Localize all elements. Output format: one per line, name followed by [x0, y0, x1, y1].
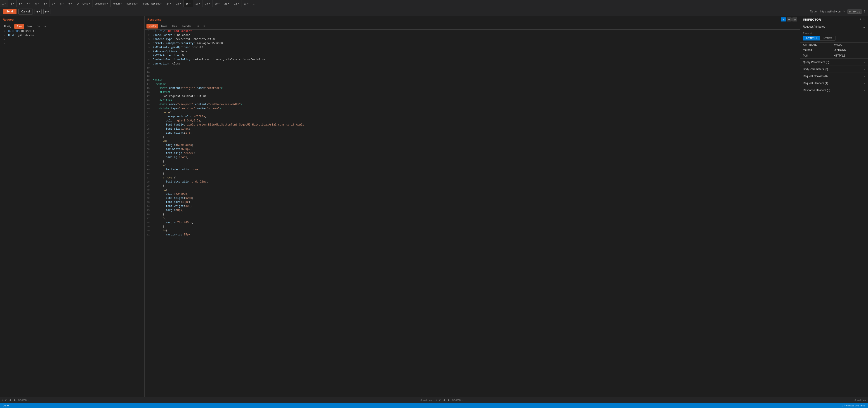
response-tab-raw[interactable]: Raw	[159, 24, 169, 29]
response-headers-header[interactable]: Response Headers (8) ▼	[800, 87, 868, 94]
response-tab-newline[interactable]: \n	[194, 24, 201, 29]
resp-line-4: 4 Strict-Transport-Security: max-age=315…	[145, 42, 800, 46]
request-line-4: 4	[0, 42, 145, 46]
tab-24[interactable]: 24 ×	[164, 0, 174, 7]
request-search-section: ? ⚙ ◀ ▶ 0 matches	[0, 397, 434, 403]
tab-16[interactable]: 16 ×	[184, 0, 193, 7]
request-sub-tabs: Pretty Raw Hex \n ≡	[0, 23, 145, 30]
protocol-label: Protocol	[803, 32, 865, 35]
cancel-button[interactable]: Cancel	[18, 8, 33, 14]
resp-line-31: 31 text-align:center;	[145, 152, 800, 156]
response-tab-render[interactable]: Render	[180, 24, 193, 29]
request-cookies-label: Request Cookies (0)	[803, 75, 828, 78]
tab-19[interactable]: 19 ×	[203, 0, 213, 7]
http-version-badge[interactable]: HTTP/1.1	[847, 9, 862, 13]
view-btn-split[interactable]: ⊞	[781, 18, 786, 22]
tab-more[interactable]: ...	[251, 2, 257, 5]
response-tab-pretty[interactable]: Pretty	[147, 24, 158, 29]
toolbar: Send Cancel ◀ ▾ ▶ ▾ Target: https://gith…	[0, 7, 868, 16]
resp-line-39: 39 }	[145, 184, 800, 188]
nav-next-button[interactable]: ▶ ▾	[43, 9, 51, 14]
response-search-icon[interactable]: ?	[436, 399, 437, 402]
tab-http-get[interactable]: http_get ×	[124, 0, 140, 7]
response-tab-menu[interactable]: ≡	[202, 24, 206, 29]
response-panel: Response ⊞ ☰ ⊟ Pretty Raw Hex Render \n …	[145, 16, 800, 397]
close-inspector-icon[interactable]: ✕	[863, 18, 865, 21]
body-parameters-chevron: ▼	[863, 68, 865, 70]
request-line-1: 1 OPTIONS HTTP/1.1	[0, 30, 145, 34]
request-headers-chevron: ▼	[863, 82, 865, 85]
view-toggle: ⊞ ☰ ⊟	[781, 18, 797, 22]
request-search-input[interactable]	[18, 399, 419, 402]
attr-row-path[interactable]: Path HTTP/1.1 ›	[800, 53, 868, 59]
proto-http2-button[interactable]: HTTP/2	[820, 36, 835, 40]
tab-3[interactable]: 3 ×	[17, 0, 25, 7]
attr-val-method: OPTIONS	[834, 49, 864, 52]
tab-23[interactable]: 23 ×	[241, 0, 251, 7]
response-tab-hex[interactable]: Hex	[170, 24, 179, 29]
tab-22[interactable]: 22 ×	[232, 0, 242, 7]
resp-line-33: 33 }	[145, 160, 800, 164]
request-attributes-content: Protocol HTTP/1.1 HTTP/2 ATTRIBUTE VALUE…	[800, 30, 868, 59]
tab-6[interactable]: 6 ×	[41, 0, 50, 7]
edit-icon[interactable]: ✎	[843, 10, 845, 13]
tab-15[interactable]: 15 ×	[174, 0, 184, 7]
attr-chevron-path[interactable]: ›	[865, 55, 865, 57]
send-button[interactable]: Send	[3, 9, 17, 14]
request-attributes-chevron: ▲	[863, 26, 865, 28]
response-matches: 0 matches	[855, 399, 866, 402]
response-search-prev[interactable]: ◀	[442, 398, 446, 402]
request-headers-header[interactable]: Request Headers (1) ▼	[800, 80, 868, 87]
attr-chevron-method[interactable]: ›	[865, 49, 865, 51]
request-panel: Request Pretty Raw Hex \n ≡ 1 OPTIONS HT…	[0, 16, 145, 397]
tab-17[interactable]: 17 ×	[193, 0, 203, 7]
resp-line-19: 19 <meta name="viewport" content="width=…	[145, 103, 800, 107]
request-search-prev[interactable]: ◀	[8, 398, 12, 402]
proto-http11-button[interactable]: HTTP/1.1	[803, 36, 820, 40]
request-tab-raw[interactable]: Raw	[14, 24, 24, 29]
body-parameters-header[interactable]: Body Parameters (0) ▼	[800, 66, 868, 72]
resp-line-44: 44 font-weight:300;	[145, 205, 800, 209]
tab-profile-http-get[interactable]: profile_http_get ×	[140, 0, 164, 7]
query-parameters-header[interactable]: Query Parameters (0) ▼	[800, 59, 868, 66]
nav-prev-button[interactable]: ◀ ▾	[35, 9, 41, 14]
resp-line-6: 6 X-Frame-Options: deny	[145, 50, 800, 54]
resp-line-43: 43 font-size:48px;	[145, 201, 800, 205]
tab-1[interactable]: 1 ×	[0, 0, 8, 7]
resp-line-21: 21 body{	[145, 111, 800, 115]
request-tab-newline[interactable]: \n	[35, 24, 42, 29]
request-tab-pretty[interactable]: Pretty	[2, 24, 13, 29]
tab-7[interactable]: 7 ×	[50, 0, 58, 7]
request-cookies-section: Request Cookies (0) ▼	[800, 73, 868, 80]
tab-20[interactable]: 20 ×	[213, 0, 222, 7]
request-search-next[interactable]: ▶	[13, 398, 17, 402]
request-cookies-header[interactable]: Request Cookies (0) ▼	[800, 73, 868, 80]
request-tab-menu[interactable]: ≡	[43, 24, 48, 29]
tab-checksum[interactable]: checksum ×	[92, 0, 111, 7]
request-attributes-header[interactable]: Request Attributes ▲	[800, 23, 868, 30]
response-search-next[interactable]: ▶	[447, 398, 451, 402]
attr-row-method[interactable]: Method OPTIONS ›	[800, 47, 868, 53]
request-search-gear-icon[interactable]: ⚙	[4, 399, 7, 402]
tab-options[interactable]: OPTIONS ×	[74, 0, 92, 7]
resp-line-8: 8 Content-Security-Policy: default-src '…	[145, 58, 800, 62]
resp-line-34: 34 a{	[145, 164, 800, 168]
response-search-gear-icon[interactable]: ⚙	[438, 399, 441, 402]
view-btn-grid[interactable]: ⊟	[792, 18, 797, 22]
tab-21[interactable]: 21 ×	[222, 0, 232, 7]
resp-line-16: 16 <title>	[145, 91, 800, 95]
response-headers-chevron: ▼	[863, 89, 865, 92]
question-circle-icon[interactable]: ?	[860, 18, 861, 21]
request-search-icon[interactable]: ?	[2, 399, 3, 402]
tab-8[interactable]: 8 ×	[58, 0, 66, 7]
tab-5[interactable]: 5 ×	[33, 0, 41, 7]
tab-4[interactable]: 4 ×	[25, 0, 33, 7]
response-search-input[interactable]	[452, 399, 853, 402]
view-btn-list[interactable]: ☰	[786, 18, 792, 22]
tab-x6durl[interactable]: x6durl ×	[111, 0, 124, 7]
request-tab-hex[interactable]: Hex	[25, 24, 34, 29]
resp-line-35: 35 text-decoration:none;	[145, 168, 800, 172]
tab-9[interactable]: 9 ×	[66, 0, 74, 7]
question-icon[interactable]: ?	[864, 10, 865, 13]
tab-2[interactable]: 2 ×	[8, 0, 17, 7]
